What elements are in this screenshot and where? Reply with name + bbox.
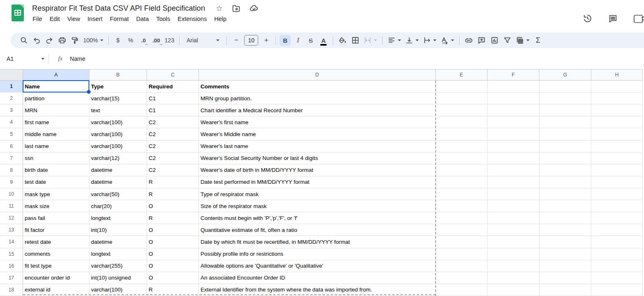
cell-D8[interactable]: Wearer's date of birth in MM/DD/YYYY for…: [199, 164, 436, 176]
column-header-D[interactable]: D: [199, 69, 436, 81]
cell-D6[interactable]: Wearer's last name: [199, 141, 436, 153]
cell-B7[interactable]: varchar(12): [89, 153, 147, 164]
row-header-9[interactable]: 9: [0, 176, 23, 188]
cell-C9[interactable]: R: [147, 176, 199, 188]
menu-format[interactable]: Format: [106, 14, 133, 24]
cell-C2[interactable]: C1: [147, 92, 199, 104]
column-header-C[interactable]: C: [147, 69, 199, 81]
cell-G7[interactable]: [539, 153, 591, 164]
cell-E7[interactable]: [436, 153, 488, 164]
cell-H2[interactable]: [591, 92, 643, 104]
cell-G10[interactable]: [539, 188, 591, 200]
more-formats-button[interactable]: 123: [163, 35, 175, 46]
cell-E4[interactable]: [436, 116, 488, 128]
decrease-font-size-button[interactable]: −: [231, 35, 242, 46]
cell-D10[interactable]: Type of respirator mask: [199, 188, 436, 200]
cell-F7[interactable]: [488, 153, 539, 164]
cell-A12[interactable]: pass fail: [23, 212, 89, 224]
cell-H5[interactable]: [591, 128, 643, 140]
cell-F2[interactable]: [488, 92, 539, 104]
column-header-G[interactable]: G: [539, 69, 591, 81]
cell-F15[interactable]: [488, 248, 539, 260]
cell-G14[interactable]: [539, 236, 591, 248]
cell-F1[interactable]: [488, 81, 539, 92]
row-header-5[interactable]: 5: [0, 128, 23, 140]
cell-D2[interactable]: MRN group partition.: [199, 92, 436, 104]
cell-E9[interactable]: [436, 176, 488, 188]
cell-C14[interactable]: O: [147, 236, 199, 248]
cell-D5[interactable]: Wearer's Middle name: [199, 128, 436, 140]
cell-E3[interactable]: [436, 104, 488, 116]
merge-cells-button[interactable]: [362, 35, 378, 46]
cell-A15[interactable]: comments: [23, 248, 89, 260]
cell-E8[interactable]: [436, 164, 488, 176]
row-header-3[interactable]: 3: [0, 104, 23, 116]
row-header-8[interactable]: 8: [0, 164, 23, 176]
vertical-align-button[interactable]: [404, 35, 420, 46]
cell-H1[interactable]: [591, 81, 643, 92]
cell-C11[interactable]: O: [147, 200, 199, 212]
column-header-E[interactable]: E: [436, 69, 488, 81]
cell-G15[interactable]: [539, 248, 591, 260]
cell-G2[interactable]: [539, 92, 591, 104]
fill-color-button[interactable]: [337, 35, 348, 46]
cell-D1[interactable]: Comments: [199, 81, 436, 92]
menu-tools[interactable]: Tools: [152, 14, 174, 24]
cell-F17[interactable]: [488, 272, 539, 284]
create-filter-button[interactable]: [502, 35, 513, 46]
cell-G16[interactable]: [539, 260, 591, 272]
cell-H17[interactable]: [591, 272, 643, 284]
cell-A8[interactable]: birth date: [23, 164, 89, 176]
column-header-F[interactable]: F: [488, 69, 539, 81]
cell-C6[interactable]: C2: [147, 141, 199, 153]
menu-help[interactable]: Help: [210, 14, 230, 24]
cell-B14[interactable]: datetime: [89, 236, 147, 248]
table-tools-button[interactable]: [514, 35, 531, 46]
insert-link-button[interactable]: [463, 35, 474, 46]
cell-D7[interactable]: Wearer's Social Security Number or last …: [199, 153, 436, 164]
cell-G5[interactable]: [539, 128, 591, 140]
cell-H3[interactable]: [591, 104, 643, 116]
column-header-A[interactable]: A: [23, 69, 89, 81]
text-wrap-button[interactable]: [422, 35, 438, 46]
borders-button[interactable]: [350, 35, 361, 46]
name-box[interactable]: A1: [0, 56, 49, 62]
cell-C7[interactable]: C2: [147, 153, 199, 164]
row-header-18[interactable]: 18: [0, 284, 23, 296]
column-header-B[interactable]: B: [89, 69, 147, 81]
redo-button[interactable]: [44, 35, 55, 46]
cell-F10[interactable]: [488, 188, 539, 200]
cell-E13[interactable]: [436, 224, 488, 236]
cell-G9[interactable]: [539, 176, 591, 188]
cell-B12[interactable]: longtext: [89, 212, 147, 224]
cell-D3[interactable]: Chart identifier a Medical Record Number: [199, 104, 436, 116]
cell-B1[interactable]: Type: [89, 81, 147, 92]
cell-A11[interactable]: mask size: [23, 200, 89, 212]
cell-H11[interactable]: [591, 200, 643, 212]
cell-H8[interactable]: [591, 164, 643, 176]
cell-C10[interactable]: R: [147, 188, 199, 200]
cell-D17[interactable]: An associated Encounter Order ID: [199, 272, 436, 284]
cell-H16[interactable]: [591, 260, 643, 272]
cell-D4[interactable]: Wearer's first name: [199, 116, 436, 128]
cell-D14[interactable]: Date by which fit must be recertified, i…: [199, 236, 436, 248]
cell-B13[interactable]: int(10): [89, 224, 147, 236]
cell-H9[interactable]: [591, 176, 643, 188]
cell-F11[interactable]: [488, 200, 539, 212]
cell-H7[interactable]: [591, 153, 643, 164]
horizontal-align-button[interactable]: [386, 35, 402, 46]
cell-H4[interactable]: [591, 116, 643, 128]
cell-E6[interactable]: [436, 141, 488, 153]
select-all-corner[interactable]: [0, 69, 23, 81]
row-header-6[interactable]: 6: [0, 141, 23, 153]
cell-G4[interactable]: [539, 116, 591, 128]
search-menus-button[interactable]: [18, 35, 29, 46]
cell-C5[interactable]: C2: [147, 128, 199, 140]
cell-C15[interactable]: O: [147, 248, 199, 260]
cell-G1[interactable]: [539, 81, 591, 92]
cell-B9[interactable]: datetime: [89, 176, 147, 188]
cell-D9[interactable]: Date test performed in MM/DD/YYYY format: [199, 176, 436, 188]
cell-E17[interactable]: [436, 272, 488, 284]
cell-A14[interactable]: retest date: [23, 236, 89, 248]
menu-data[interactable]: Data: [133, 14, 153, 24]
